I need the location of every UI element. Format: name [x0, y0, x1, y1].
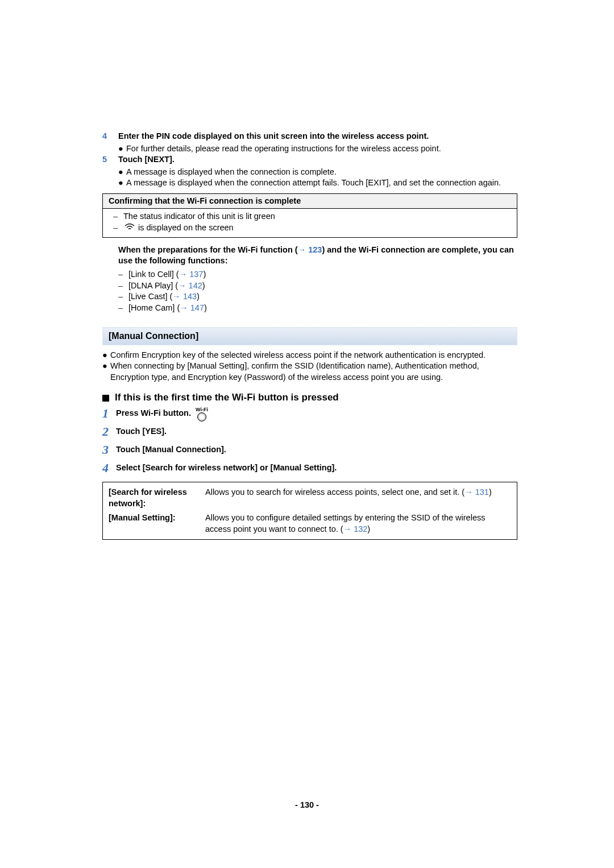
confirm-box: Confirming that the Wi-Fi connection is … [102, 193, 517, 238]
options-box: [Search for wireless network]: Allows yo… [102, 482, 517, 540]
bullet-text: For further details, please read the ope… [126, 143, 441, 155]
function-item: – [Home Cam] (→ 147) [118, 303, 517, 314]
step-number: 5 [102, 154, 118, 166]
bullet-item: ● A message is displayed when the connec… [118, 177, 517, 189]
page-link[interactable]: → 142 [178, 281, 202, 290]
document-page: 4 Enter the PIN code displayed on this u… [0, 0, 614, 868]
step-text: Touch [YES]. [116, 426, 167, 437]
step-text: Press Wi-Fi button. Wi-Fi [116, 406, 208, 421]
section-heading: [Manual Connection] [102, 327, 517, 345]
function-text: [DLNA Play] (→ 142) [128, 280, 205, 292]
function-text: [Live Cast] (→ 143) [128, 291, 200, 303]
dash-text-tail: is displayed on the screen [138, 223, 234, 232]
bullet-icon: ● [118, 143, 126, 155]
bullet-icon: ● [102, 350, 110, 361]
page-link[interactable]: → 131 [464, 487, 489, 497]
bullet-text: A message is displayed when the connecti… [126, 167, 337, 178]
bullet-text: Confirm Encryption key of the selected w… [110, 350, 486, 361]
dash-text: is displayed on the screen [123, 222, 234, 234]
bullet-item: ● A message is displayed when the connec… [118, 167, 517, 178]
option-desc: Allows you to search for wireless access… [205, 487, 511, 509]
step-number: 3 [102, 441, 116, 458]
heading-text: If this is the first time the Wi-Fi butt… [115, 391, 339, 404]
box-heading: Confirming that the Wi-Fi connection is … [103, 194, 517, 209]
prep-intro: When the preparations for the Wi-Fi func… [118, 245, 517, 267]
function-text: [Link to Cell] (→ 137) [128, 269, 206, 280]
bullet-item: ● For further details, please read the o… [118, 143, 517, 155]
dash-icon: – [118, 269, 128, 280]
option-desc: Allows you to configure detailed setting… [205, 512, 511, 535]
function-item: – [DLNA Play] (→ 142) [118, 280, 517, 292]
dash-icon: – [118, 291, 128, 303]
step-4: 4 Enter the PIN code displayed on this u… [102, 131, 517, 142]
step-number: 1 [102, 405, 116, 422]
step-text: Enter the PIN code displayed on this uni… [118, 131, 429, 142]
function-item: – [Live Cast] (→ 143) [118, 291, 517, 303]
dash-item: – The status indicator of this unit is l… [113, 211, 511, 222]
bullet-icon: ● [102, 361, 110, 383]
step-text: Touch [NEXT]. [118, 154, 175, 166]
step-number: 4 [102, 460, 116, 477]
function-text: [Home Cam] (→ 147) [128, 303, 207, 314]
page-link[interactable]: → 137 [179, 270, 204, 279]
big-step-4: 4 Select [Search for wireless network] o… [102, 460, 517, 477]
step-text: Select [Search for wireless network] or … [116, 462, 337, 474]
page-link[interactable]: → 147 [180, 303, 204, 312]
step-5: 5 Touch [NEXT]. [102, 154, 517, 166]
bullet-item: ● Confirm Encryption key of the selected… [102, 350, 517, 361]
big-step-3: 3 Touch [Manual Connection]. [102, 441, 517, 458]
box-body: – The status indicator of this unit is l… [103, 209, 517, 237]
dash-icon: – [118, 280, 128, 292]
function-item: – [Link to Cell] (→ 137) [118, 269, 517, 280]
square-icon [102, 395, 109, 402]
bullet-icon: ● [118, 177, 126, 189]
dash-icon: – [118, 303, 128, 314]
big-step-2: 2 Touch [YES]. [102, 423, 517, 440]
step-number: 4 [102, 131, 118, 142]
big-step-1: 1 Press Wi-Fi button. Wi-Fi [102, 405, 517, 422]
page-link[interactable]: → 132 [343, 524, 368, 534]
option-search: [Search for wireless network]: Allows yo… [109, 487, 511, 509]
page-link[interactable]: → 143 [172, 292, 197, 301]
bullet-icon: ● [118, 167, 126, 178]
page-link[interactable]: → 123 [298, 245, 322, 254]
bullet-text: When connecting by [Manual Setting], con… [110, 361, 517, 383]
wifi-signal-icon [125, 222, 135, 234]
subsection-heading: If this is the first time the Wi-Fi butt… [102, 391, 517, 404]
option-label: [Search for wireless network]: [109, 487, 205, 509]
bullet-text: A message is displayed when the connecti… [126, 177, 501, 189]
bullet-item: ● When connecting by [Manual Setting], c… [102, 361, 517, 383]
option-manual: [Manual Setting]: Allows you to configur… [109, 512, 511, 535]
dash-icon: – [113, 211, 123, 222]
page-number: - 130 - [0, 800, 614, 811]
option-label: [Manual Setting]: [109, 512, 205, 535]
dash-text: The status indicator of this unit is lit… [123, 211, 275, 222]
circle-icon [197, 412, 206, 421]
wifi-button-icon: Wi-Fi [196, 406, 208, 421]
step-number: 2 [102, 423, 116, 440]
step-text: Touch [Manual Connection]. [116, 444, 226, 456]
dash-icon: – [113, 222, 123, 234]
prep-text: When the preparations for the Wi-Fi func… [118, 245, 298, 254]
dash-item: – is displayed on the screen [113, 222, 511, 234]
